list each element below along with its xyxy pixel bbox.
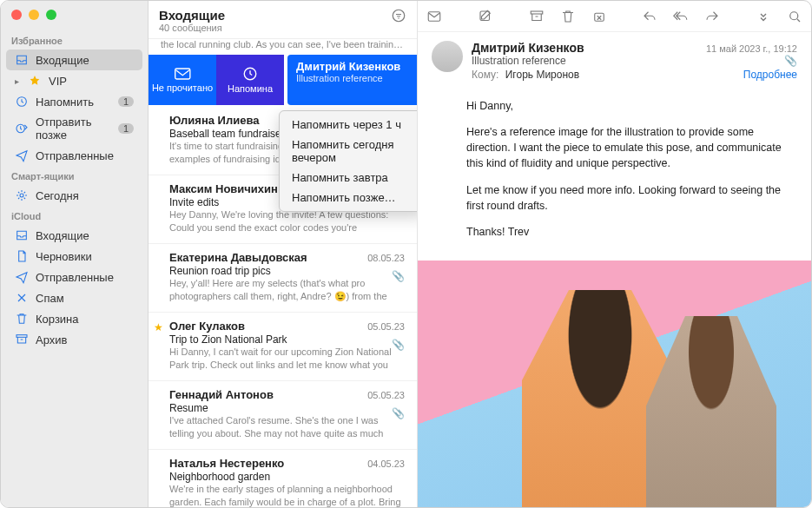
menu-item-remind-tomorrow[interactable]: Напомнить завтра: [280, 168, 417, 188]
paperclip-icon: 📎: [392, 339, 405, 351]
message-row[interactable]: ★Олег Кулаков05.05.23Trip to Zion Nation…: [149, 313, 417, 381]
swipe-unread-label: Не прочитано: [152, 82, 213, 93]
clock-send-icon: [15, 122, 29, 135]
reader-toolbar: [418, 1, 811, 32]
msg-subject: Resume: [169, 402, 405, 414]
msg-preview: I've attached Carol's resume. She's the …: [169, 414, 405, 440]
mailbox-title: Входящие: [159, 8, 225, 23]
sidebar-item-входящие[interactable]: Входящие: [6, 49, 142, 70]
paperplane-icon: [15, 148, 29, 162]
swipe-remind[interactable]: Напомина: [216, 55, 284, 105]
forward-icon[interactable]: [704, 9, 720, 24]
msg-preview: Hey, y'all! Here are my selects (that's …: [169, 277, 405, 303]
message-row[interactable]: Наталья Нестеренко04.05.23Neighborhood g…: [149, 450, 417, 507]
sidebar-item-сегодня[interactable]: Сегодня: [6, 185, 142, 206]
paperplane-icon: [15, 270, 29, 284]
window-controls: [1, 6, 148, 30]
paperclip-icon: 📎: [392, 270, 405, 282]
close-window-button[interactable]: [11, 10, 22, 20]
sidebar-item-черновики[interactable]: Черновики: [6, 246, 142, 267]
body-p3: Let me know if you need more info. Looki…: [466, 182, 794, 214]
clock-icon: [242, 66, 258, 82]
archive-icon: [15, 333, 29, 346]
search-icon[interactable]: [787, 9, 802, 24]
swiped-card-subject: Illustration reference: [296, 73, 408, 83]
clock-icon: [15, 95, 29, 109]
mail-sender: Дмитрий Кизенков: [472, 41, 584, 55]
msg-sender: Геннадий Антонов: [169, 388, 274, 401]
sidebar-item-отправленные[interactable]: Отправленные: [6, 145, 142, 166]
swipe-actions-row: Не прочитано Напомина Дмитрий Кизенков I…: [149, 55, 417, 105]
message-list-header: Входящие 40 сообщения: [149, 1, 417, 39]
details-link[interactable]: Подробнее: [743, 69, 797, 81]
sidebar-item-label: Черновики: [36, 250, 134, 263]
mail-header: Дмитрий Кизенков 11 май 2023 г., 19:12 I…: [418, 32, 811, 93]
sidebar-item-label: Отправить позже: [36, 115, 111, 142]
svg-rect-7: [428, 11, 440, 21]
new-message-icon[interactable]: [426, 9, 442, 24]
truncated-preview: the local running club. As you can see, …: [149, 39, 417, 55]
msg-preview: Hi Danny, I can't wait for our upcoming …: [169, 346, 405, 372]
minimize-window-button[interactable]: [29, 10, 39, 20]
swipe-remind-label: Напомина: [228, 83, 273, 94]
to-recipient: Игорь Миронов: [505, 69, 579, 81]
compose-icon[interactable]: [478, 9, 493, 24]
reply-icon[interactable]: [642, 9, 657, 24]
attachment-image: [418, 261, 811, 507]
trash-icon[interactable]: [560, 9, 576, 24]
junk-icon[interactable]: [591, 9, 607, 24]
msg-date: 08.05.23: [367, 253, 405, 263]
svg-rect-9: [531, 11, 543, 14]
body-p2: Here's a reference image for the illustr…: [466, 124, 794, 171]
message-list-pane: Входящие 40 сообщения the local running …: [149, 1, 418, 507]
message-row[interactable]: Екатерина Давыдовская08.05.23Reunion roa…: [149, 244, 417, 313]
paperclip-icon: 📎: [392, 407, 405, 419]
svg-point-2: [20, 194, 23, 197]
fullscreen-window-button[interactable]: [46, 10, 56, 20]
menu-item-remind-later[interactable]: Напомнить позже…: [280, 188, 417, 208]
sidebar-item-напомнить[interactable]: Напомнить1: [6, 91, 142, 112]
msg-sender: Олег Кулаков: [169, 320, 245, 333]
svg-point-11: [790, 11, 798, 19]
sidebar-item-отправленные[interactable]: Отправленные: [6, 267, 142, 287]
swipe-mark-unread[interactable]: Не прочитано: [149, 55, 216, 105]
sidebar-item-vip[interactable]: ▸VIP: [6, 70, 142, 91]
mail-body: Hi Danny, Here's a reference image for t…: [418, 93, 811, 261]
sidebar-item-label: VIP: [49, 75, 134, 88]
tray-icon: [15, 53, 29, 67]
menu-item-remind-tonight[interactable]: Напомнить сегодня вечером: [280, 135, 417, 168]
body-p4: Thanks! Trev: [466, 224, 794, 240]
swiped-card-sender: Дмитрий Кизенков: [296, 60, 408, 73]
remind-context-menu: Напомнить через 1 ч Напомнить сегодня ве…: [279, 110, 417, 212]
msg-date: 04.05.23: [367, 459, 405, 469]
envelope-icon: [174, 67, 192, 81]
sidebar-item-отправить позже[interactable]: Отправить позже1: [6, 112, 142, 145]
svg-rect-5: [175, 69, 189, 79]
msg-sender: Наталья Нестеренко: [169, 457, 284, 470]
sidebar-section-title: iCloud: [1, 206, 148, 225]
mail-subject: Illustration reference: [472, 55, 566, 67]
sidebar: ИзбранноеВходящие▸VIPНапомнить1Отправить…: [1, 1, 149, 507]
mail-window: ИзбранноеВходящие▸VIPНапомнить1Отправить…: [0, 0, 812, 508]
sidebar-item-входящие[interactable]: Входящие: [6, 225, 142, 246]
sidebar-item-спам[interactable]: Спам: [6, 287, 142, 308]
sidebar-item-архив[interactable]: Архив: [6, 329, 142, 350]
archive-icon[interactable]: [529, 9, 545, 24]
swiped-message-card[interactable]: Дмитрий Кизенков Illustration reference: [287, 55, 417, 105]
sidebar-item-label: Входящие: [36, 54, 134, 67]
message-row[interactable]: Геннадий Антонов05.05.23ResumeI've attac…: [149, 381, 417, 450]
more-icon[interactable]: [756, 9, 771, 24]
sidebar-section-title: Смарт-ящики: [1, 166, 148, 185]
reply-all-icon[interactable]: [673, 9, 689, 24]
reader-pane: Дмитрий Кизенков 11 май 2023 г., 19:12 I…: [418, 1, 811, 507]
mailbox-count: 40 сообщения: [159, 23, 225, 33]
trash-icon: [15, 312, 29, 326]
msg-subject: Reunion road trip pics: [169, 265, 405, 277]
menu-item-remind-1h[interactable]: Напомнить через 1 ч: [280, 115, 417, 135]
msg-date: 05.05.23: [367, 321, 405, 332]
gear-icon: [15, 188, 29, 202]
sidebar-item-корзина[interactable]: Корзина: [6, 308, 142, 329]
message-list-scroll[interactable]: the local running club. As you can see, …: [149, 39, 417, 507]
filter-icon[interactable]: [391, 8, 406, 23]
msg-subject: Neighborhood garden: [169, 471, 405, 483]
